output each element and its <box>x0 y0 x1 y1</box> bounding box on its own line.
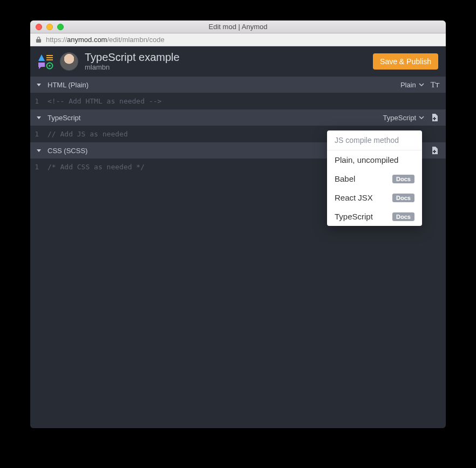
minimize-window-button[interactable] <box>46 24 53 30</box>
app-header: TypeScript example mlambn Save & Publish <box>30 46 446 77</box>
zoom-window-button[interactable] <box>57 24 64 30</box>
lock-icon <box>36 36 42 43</box>
gear-icon <box>46 62 53 70</box>
dropdown-item-react[interactable]: React JSX Docs <box>327 188 422 207</box>
docs-badge[interactable]: Docs <box>392 194 414 202</box>
dropdown-item-plain[interactable]: Plain, uncompiled <box>327 150 422 169</box>
svg-point-5 <box>49 65 51 67</box>
header-text: TypeScript example mlambn <box>85 51 180 71</box>
triangle-icon <box>38 54 45 61</box>
svg-rect-2 <box>46 57 53 58</box>
line-number: 1 <box>30 97 42 105</box>
traffic-lights <box>30 24 64 30</box>
dropdown-item-babel[interactable]: Babel Docs <box>327 169 422 188</box>
svg-rect-1 <box>46 55 53 56</box>
css-placeholder: /* Add CSS as needed */ <box>42 163 145 171</box>
add-file-icon[interactable] <box>431 146 439 155</box>
chat-icon <box>38 62 45 70</box>
app-window: Edit mod | Anymod https://anymod.com/edi… <box>30 20 446 428</box>
window-title: Edit mod | Anymod <box>30 23 446 31</box>
html-editor[interactable]: 1 <!-- Add HTML as needed --> <box>30 93 446 109</box>
app-logo[interactable] <box>38 54 53 70</box>
address-bar[interactable]: https://anymod.com/edit/mlambn/code <box>30 33 446 46</box>
mod-author[interactable]: mlambn <box>85 64 180 71</box>
text-format-icon[interactable]: Tᴛ <box>431 80 439 90</box>
lines-icon <box>46 54 53 61</box>
caret-down-icon <box>37 116 41 119</box>
js-compile-dropdown: JS compile method Plain, uncompiled Babe… <box>327 130 422 226</box>
caret-down-icon <box>37 149 41 152</box>
section-css-label: CSS (SCSS) <box>47 147 87 155</box>
section-html-bar[interactable]: HTML (Plain) Plain Tᴛ <box>30 77 446 93</box>
js-lang-select[interactable]: TypeScript <box>383 114 424 122</box>
js-placeholder: // Add JS as needed <box>42 130 128 138</box>
line-number: 1 <box>30 163 42 171</box>
add-file-icon[interactable] <box>431 113 439 122</box>
svg-rect-3 <box>46 59 53 60</box>
caret-down-icon <box>37 84 41 86</box>
save-publish-button[interactable]: Save & Publish <box>373 53 438 70</box>
section-js-label: TypeScript <box>47 114 80 122</box>
chevron-down-icon <box>419 116 424 120</box>
section-html-label: HTML (Plain) <box>47 81 89 89</box>
docs-badge[interactable]: Docs <box>392 212 414 221</box>
html-placeholder: <!-- Add HTML as needed --> <box>42 97 161 105</box>
avatar[interactable] <box>60 52 78 71</box>
editor-area: HTML (Plain) Plain Tᴛ 1 <!-- Add HTML as… <box>30 77 446 428</box>
html-lang-select[interactable]: Plain <box>400 81 424 89</box>
mod-title: TypeScript example <box>85 51 180 63</box>
dropdown-item-typescript[interactable]: TypeScript Docs <box>327 207 422 226</box>
line-number: 1 <box>30 130 42 138</box>
dropdown-header: JS compile method <box>327 130 422 150</box>
section-js-bar[interactable]: TypeScript TypeScript <box>30 109 446 126</box>
svg-marker-0 <box>38 54 45 61</box>
titlebar: Edit mod | Anymod <box>30 20 446 33</box>
url-text: https://anymod.com/edit/mlambn/code <box>46 36 165 44</box>
docs-badge[interactable]: Docs <box>392 175 414 183</box>
close-window-button[interactable] <box>36 24 42 30</box>
chevron-down-icon <box>419 83 424 87</box>
